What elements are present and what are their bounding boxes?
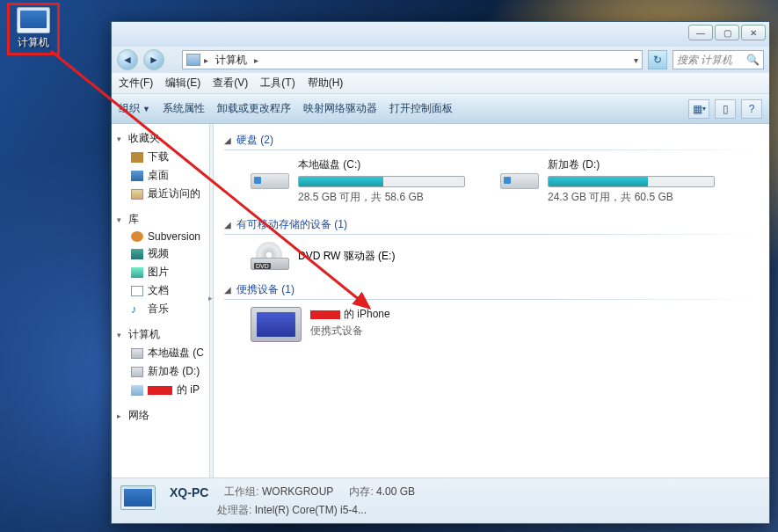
section-portable[interactable]: ◢便携设备 (1) (224, 279, 759, 301)
dropdown-icon[interactable]: ▾ (634, 55, 638, 65)
tree-favorites[interactable]: ▾收藏夹 (112, 129, 209, 148)
dvd-drive[interactable]: DVD DVD RW 驱动器 (E:) (224, 238, 759, 279)
tree-item-documents[interactable]: 文档 (112, 281, 209, 300)
refresh-button[interactable]: ↻ (648, 50, 667, 69)
search-placeholder: 搜索 计算机 (677, 53, 732, 68)
system-properties-button[interactable]: 系统属性 (163, 101, 205, 116)
section-drives[interactable]: ◢硬盘 (2) (224, 129, 759, 151)
tree-item-iphone[interactable]: 的 iP (112, 381, 209, 399)
tree-computer[interactable]: ▾计算机 (112, 325, 209, 344)
preview-pane-button[interactable]: ▯ (715, 99, 736, 119)
map-drive-button[interactable]: 映射网络驱动器 (303, 101, 377, 116)
menu-file[interactable]: 文件(F) (119, 76, 153, 91)
view-options-button[interactable]: ▦▾ (688, 99, 709, 119)
tree-item-subversion[interactable]: Subversion (112, 229, 209, 244)
desktop-icon-label: 计算机 (18, 35, 49, 50)
tree-item-videos[interactable]: 视频 (112, 244, 209, 263)
tree-item-desktop[interactable]: 桌面 (112, 166, 209, 185)
address-bar[interactable]: ▸ 计算机 ▸ ▾ (182, 50, 643, 69)
computer-icon (120, 485, 159, 517)
menu-tools[interactable]: 工具(T) (260, 76, 294, 91)
computer-icon (186, 54, 200, 66)
drive-capacity-bar (548, 176, 715, 187)
dvd-name: DVD RW 驱动器 (E:) (298, 249, 395, 264)
drive-name: 新加卷 (D:) (548, 157, 729, 172)
tree-item-recent[interactable]: 最近访问的 (112, 185, 209, 203)
tree-item-drive-c[interactable]: 本地磁盘 (C (112, 344, 209, 362)
maximize-button[interactable]: ▢ (715, 25, 739, 40)
device-icon (251, 307, 302, 342)
tree-network[interactable]: ▸网络 (112, 406, 209, 425)
navigation-tree: ▾收藏夹 下载 桌面 最近访问的 ▾库 Subversion 视频 图片 文档 … (112, 124, 210, 477)
tree-item-music[interactable]: ♪音乐 (112, 300, 209, 318)
desktop-computer-icon[interactable]: 计算机 (7, 3, 60, 55)
drive-d[interactable]: 新加卷 (D:) 24.3 GB 可用，共 60.5 GB (500, 157, 729, 205)
device-name: 的 iPhone (310, 307, 390, 322)
control-panel-button[interactable]: 打开控制面板 (389, 101, 453, 116)
content-pane: ◢硬盘 (2) 本地磁盘 (C:) 28.5 GB 可用，共 58.6 GB 新… (214, 124, 769, 477)
address-row: ◄ ► ▸ 计算机 ▸ ▾ ↻ 搜索 计算机 🔍 (112, 47, 769, 73)
minimize-button[interactable]: — (688, 25, 713, 40)
drive-capacity-bar (298, 176, 465, 187)
tree-item-pictures[interactable]: 图片 (112, 263, 209, 281)
chevron-right-icon: ▸ (204, 55, 208, 65)
tree-item-drive-d[interactable]: 新加卷 (D:) (112, 362, 209, 381)
tree-libraries[interactable]: ▾库 (112, 210, 209, 229)
menu-edit[interactable]: 编辑(E) (165, 76, 200, 91)
computer-name: XQ-PC (170, 484, 208, 502)
drive-info: 24.3 GB 可用，共 60.5 GB (548, 190, 729, 205)
section-removable[interactable]: ◢有可移动存储的设备 (1) (224, 214, 759, 236)
drive-c[interactable]: 本地磁盘 (C:) 28.5 GB 可用，共 58.6 GB (251, 157, 479, 205)
menu-bar: 文件(F) 编辑(E) 查看(V) 工具(T) 帮助(H) (112, 73, 769, 94)
status-bar: XQ-PC 工作组: WORKGROUP 内存: 4.00 GB 处理器: In… (112, 477, 769, 523)
chevron-right-icon[interactable]: ▸ (254, 55, 258, 65)
close-button[interactable]: ✕ (741, 25, 766, 40)
forward-button[interactable]: ► (143, 49, 164, 70)
back-button[interactable]: ◄ (117, 49, 138, 70)
drive-icon (500, 157, 539, 189)
help-button[interactable]: ? (741, 99, 762, 119)
drive-name: 本地磁盘 (C:) (298, 157, 479, 172)
organize-button[interactable]: 组织▼ (119, 101, 150, 116)
menu-help[interactable]: 帮助(H) (308, 76, 344, 91)
title-bar[interactable]: — ▢ ✕ (112, 22, 769, 47)
breadcrumb[interactable]: 计算机 (212, 53, 251, 68)
tree-item-downloads[interactable]: 下载 (112, 148, 209, 166)
menu-view[interactable]: 查看(V) (213, 76, 248, 91)
device-type: 便携式设备 (310, 324, 390, 339)
computer-icon (17, 7, 50, 33)
search-icon: 🔍 (746, 54, 760, 66)
toolbar: 组织▼ 系统属性 卸载或更改程序 映射网络驱动器 打开控制面板 ▦▾ ▯ ? (112, 94, 769, 124)
drive-info: 28.5 GB 可用，共 58.6 GB (298, 190, 479, 205)
drive-icon (251, 157, 289, 189)
dvd-icon: DVD (251, 242, 289, 270)
search-input[interactable]: 搜索 计算机 🔍 (673, 50, 764, 69)
portable-device-iphone[interactable]: 的 iPhone 便携式设备 (224, 303, 759, 351)
tree-splitter[interactable] (210, 124, 214, 477)
uninstall-programs-button[interactable]: 卸载或更改程序 (217, 101, 291, 116)
explorer-window: — ▢ ✕ ◄ ► ▸ 计算机 ▸ ▾ ↻ 搜索 计算机 🔍 文件(F) 编辑(… (111, 21, 770, 524)
